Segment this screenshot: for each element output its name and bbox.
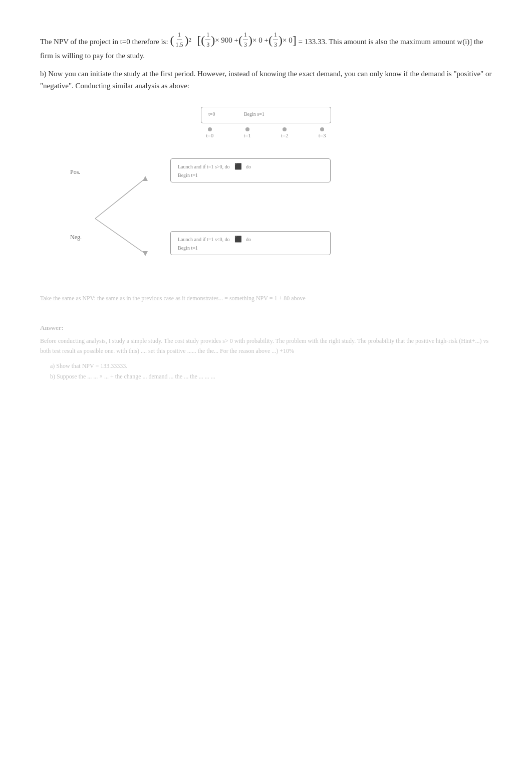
paragraph-1: The NPV of the project in t=0 therefore … — [40, 30, 492, 62]
now-you-text: can initiate the study at the first peri… — [40, 70, 491, 90]
svg-line-0 — [95, 178, 145, 219]
answer-list-a: a) Show that NPV = 133.33333. — [50, 361, 492, 371]
paragraph-2: b) Now you can initiate the study at the… — [40, 68, 492, 92]
tree-diagram: Pos. Neg. Launch and if t=1 s>0, do ⬛ do… — [70, 153, 492, 284]
negative-box-title: Launch and if t=1 s<0, do ⬛ do — [178, 236, 323, 243]
top-box-title: t=0 Begin s=1 — [208, 111, 324, 117]
positive-branch-box: Launch and if t=1 s>0, do ⬛ do Begin t=1 — [170, 158, 331, 182]
svg-line-1 — [95, 219, 145, 254]
neg-label: Neg. — [70, 234, 82, 241]
timeline-point-1: t=1 — [243, 127, 251, 138]
svg-marker-3 — [143, 251, 148, 256]
top-diagram-box: t=0 Begin s=1 — [201, 107, 331, 123]
timeline-row: t=0 t=1 t=2 t=3 — [136, 127, 396, 138]
answer-body: Before conducting analysis, I study a si… — [40, 336, 492, 356]
top-box-wrapper: t=0 Begin s=1 — [136, 107, 396, 123]
answer-title: Answer: — [40, 324, 492, 332]
timeline-point-2: t=2 — [281, 127, 289, 138]
page-content: The NPV of the project in t=0 therefore … — [40, 30, 492, 381]
timeline-point-0: t=0 — [206, 127, 213, 138]
answer-section: Answer: Before conducting analysis, I st… — [40, 324, 492, 382]
diagram-area: t=0 Begin s=1 t=0 t=1 t=2 t=3 — [136, 107, 396, 138]
timeline-point-3: t=3 — [319, 127, 326, 138]
svg-marker-2 — [143, 176, 148, 181]
answer-list-b: b) Suppose the ... ... × ... + the chang… — [50, 371, 492, 381]
positive-box-title: Launch and if t=1 s>0, do ⬛ do — [178, 163, 323, 170]
pos-label: Pos. — [70, 168, 80, 176]
positive-box-sub: Begin t=1 — [178, 172, 323, 178]
negative-box-sub: Begin t=1 — [178, 245, 323, 251]
negative-branch-box: Launch and if t=1 s<0, do ⬛ do Begin t=1 — [170, 231, 331, 255]
calc-line: Take the same as NPV: the same as in the… — [40, 294, 492, 303]
formula-paren-outer: ( 1 1.5 ) 2 — [170, 30, 191, 50]
